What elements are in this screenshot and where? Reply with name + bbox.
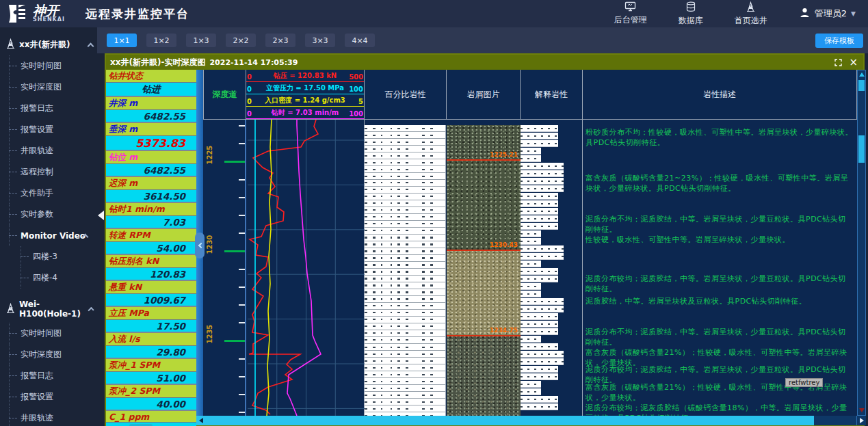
lithology-description: 性较硬，吸水性、可塑性中等。岩屑呈碎块状，少量块状。 [586,235,854,245]
param-value: 6482.55 [106,109,196,122]
sidebar-item-报警日志[interactable]: 报警日志 [0,365,97,386]
curve-legend-入口密度: 0入口密度 = 1.24 g/cm35 [246,94,364,107]
user-icon [799,7,811,21]
depth-tick-minor [239,125,245,127]
layout-toolbar: 1×11×21×32×22×33×34×4 保存模板 [97,27,868,53]
sample-depth-line [447,335,521,336]
sidebar-item-monitor-video[interactable]: Monitor Video [0,225,97,246]
sidebar-item-报警日志[interactable]: 报警日志 [0,98,97,119]
layout-button-4x4[interactable]: 4×4 [345,34,375,47]
layout-button-2x2[interactable]: 2×2 [226,34,256,47]
nav-item-2[interactable]: 数据库 [679,1,703,27]
nav-item-3[interactable]: 首页选井 [735,1,767,27]
sidebar-item-实时时间图[interactable]: 实时时间图 [0,323,97,344]
user-menu[interactable]: 管理员2▼ [799,7,856,21]
depth-tick-minor [239,269,245,270]
interp-lithology-cell [521,261,541,267]
sidebar-item-实时深度图[interactable]: 实时深度图 [0,344,97,365]
sidebar-collapse-arrow-icon[interactable] [98,211,104,220]
param-value: 17.50 [106,319,196,332]
interp-lithology-cell [521,381,541,388]
nav-item-1[interactable]: 后台管理 [614,1,647,26]
panel-title-bar: xx井(新井眼)-实时深度图 2022-11-14 17:05:39 × [106,55,863,70]
sidebar-item-四楼-4[interactable]: 四楼-4 [0,267,97,289]
scroll-up-icon[interactable] [859,72,865,77]
sidebar-item-label: 远程控制 [21,166,53,178]
sidebar-item-报警设置[interactable]: 报警设置 [0,386,97,408]
param-label: 立压 MPa [106,307,196,319]
sidebar-item-label: 实时时间图 [21,60,62,72]
lithology-description: 泥质分布较均；泥灰质胶结（碳酸钙含量18%），中等。岩屑呈块状，少量豆粒状。具P… [586,403,854,416]
layout-button-2x3[interactable]: 2×3 [265,34,295,47]
lithology-description: 泥质分布不均；泥质胶结，中等。岩屑呈块状，少量豆粒状。具PDC钻头切削特征。 [586,214,854,235]
layout-button-1x1[interactable]: 1×1 [107,34,137,47]
layout-button-1x2[interactable]: 1×2 [146,34,176,47]
interp-lithology-cell [521,245,564,252]
vertical-scroll-thumb[interactable] [858,80,865,91]
sidebar-item-报警设置[interactable]: 报警设置 [0,119,97,140]
horizontal-scroll-thumb[interactable] [205,416,814,425]
interp-lithology-cell [521,170,564,177]
well-group-1[interactable]: xx井(新井眼) [0,34,97,55]
curve-legend-box: 0钻压 = 120.83 kN5000立管压力 = 17.50 MPa1000入… [246,70,365,120]
param-label: 井深 m [106,97,196,109]
derrick-icon [746,1,756,14]
sidebar-item-井眼轨迹[interactable]: 井眼轨迹 [0,140,97,161]
sidebar-item-实时参数[interactable]: 实时参数 [0,204,97,225]
param-row: 泵冲_2 SPM40.00 [106,385,196,411]
horizontal-scrollbar[interactable] [196,416,866,425]
interp-lithology-cell [521,283,541,290]
interp-lithology-cell [521,336,541,343]
scroll-left-icon[interactable] [196,416,205,425]
sample-depth-label: 1225.21 [490,151,518,158]
cuttings-photo [447,250,521,335]
top-nav: 后台管理数据库首页选井管理员2▼ [614,1,868,27]
param-value: --- [106,422,196,426]
sidebar-item-实时时间图[interactable]: 实时时间图 [0,55,97,77]
layout-button-3x3[interactable]: 3×3 [305,34,335,47]
sidebar-item-四楼-3[interactable]: 四楼-3 [0,246,97,267]
interp-lithology-cell [521,343,558,350]
column-header-4: 岩性描述 [583,70,857,120]
scroll-right-icon[interactable] [856,416,866,425]
well-group-2[interactable]: Wei-H100(Hole-1) [0,295,97,323]
sidebar-item-井眼轨迹[interactable]: 井眼轨迹 [0,408,97,426]
param-label: C_1 ppm [106,411,196,422]
param-row: 泵冲_1 SPM51.00 [106,359,196,385]
sidebar-item-实时深度图[interactable]: 实时深度图 [0,77,97,98]
sidebar-item-label: 四楼-4 [33,272,57,284]
lithology-percent-track [365,125,446,416]
close-icon[interactable]: × [849,59,858,66]
panel-title: xx井(新井眼)-实时深度图 [110,57,205,68]
depth-tick-major [224,340,245,342]
cuttings-photo-track: 1225.211230.431234.75 [447,120,521,416]
sidebar-item-label: 井眼轨迹 [21,412,53,424]
sidebar-item-远程控制[interactable]: 远程控制 [0,161,97,183]
interp-lithology-cell [521,208,558,215]
curve-钻时 [287,120,321,416]
interp-lithology-cell [521,403,558,410]
param-row: 入流 l/s29.80 [106,333,196,359]
sidebar-item-文件助手[interactable]: 文件助手 [0,183,97,204]
depth-label: 1225 [206,155,213,165]
vertical-scrollbar[interactable] [857,70,866,416]
param-label: 迟深 m [106,177,196,189]
interp-lithology-cell [521,238,541,245]
interp-lithology-cell [521,178,564,185]
expand-icon[interactable] [834,56,842,69]
param-row: 钻井状态钻进 [106,70,196,97]
lithology-description: 泥质分布较均；泥质胶结，中等。岩屑呈块状，少量豆粒状。具PDC钻头切削特征。 [586,274,854,294]
scroll-down-icon[interactable] [859,408,865,412]
depth-log-chart: 深度道 0钻压 = 120.83 kN5000立管压力 = 17.50 MPa1… [203,70,857,416]
cuttings-photo [447,335,521,416]
realtime-parameter-list: 钻井状态钻进井深 m6482.55垂深 m5373.83钻位 m6482.55迟… [106,70,196,416]
sample-depth-line [447,159,521,161]
save-template-button[interactable]: 保存模板 [815,34,863,48]
param-value: 40.00 [106,397,196,410]
param-value: 1009.67 [106,293,196,306]
param-label: 悬重 kN [106,281,196,293]
vertical-scroll-thumb[interactable] [858,135,865,163]
chevron-up-icon [88,307,94,313]
layout-button-1x3[interactable]: 1×3 [186,34,216,47]
param-row: 钻压别名 kN120.83 [106,255,196,281]
